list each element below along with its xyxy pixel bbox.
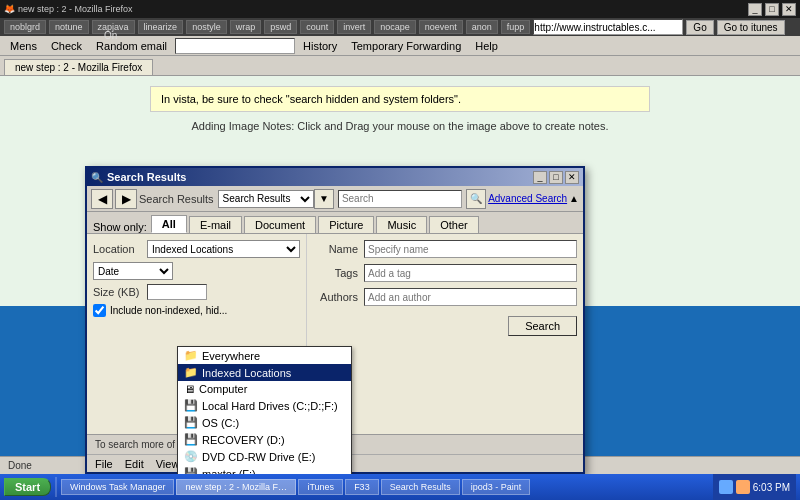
dialog-maximize[interactable]: □	[549, 171, 563, 184]
dialog-left-panel: Location Indexed Locations 📁 Everywhere …	[87, 234, 307, 434]
name-row: Name	[313, 240, 577, 258]
location-label: Location	[93, 243, 143, 255]
bookmark-noevent[interactable]: noevent	[419, 20, 463, 34]
forward-button[interactable]: ▶	[115, 189, 137, 209]
bookmark-notune[interactable]: notune	[49, 20, 89, 34]
go-button[interactable]: Go	[686, 20, 713, 35]
tab-other[interactable]: Other	[429, 216, 479, 233]
menu-help[interactable]: Help	[469, 39, 504, 53]
maximize-browser[interactable]: □	[765, 3, 779, 16]
search-results-label: Search Results	[139, 193, 214, 205]
bookmark-nostyle[interactable]: nostyle	[186, 20, 227, 34]
browser-icon: 🦊	[4, 4, 15, 14]
dropdown-dvd[interactable]: 💿 DVD CD-RW Drive (E:)	[178, 448, 351, 465]
dialog-minimize[interactable]: _	[533, 171, 547, 184]
dialog-controls: _ □ ✕	[533, 171, 579, 184]
show-only-label: Show only:	[93, 221, 147, 233]
taskbar-f33[interactable]: F33	[345, 479, 379, 495]
tags-label: Tags	[313, 267, 358, 279]
taskbar-volume-icon	[736, 480, 750, 494]
menu-temp-forwarding[interactable]: Temporary Forwarding	[345, 39, 467, 53]
menu-check[interactable]: Check	[45, 39, 88, 53]
advanced-search-arrow: ▲	[569, 193, 579, 204]
date-row: Date	[93, 262, 300, 280]
taskbar-network-icon	[719, 480, 733, 494]
taskbar-task-manager[interactable]: Windows Task Manager	[61, 479, 174, 495]
size-input[interactable]	[147, 284, 207, 300]
refresh-button[interactable]: ▼	[314, 189, 334, 209]
authors-label: Authors	[313, 291, 358, 303]
dropdown-indexed[interactable]: 📁 Indexed Locations	[178, 364, 351, 381]
authors-input[interactable]	[364, 288, 577, 306]
itunes-button[interactable]: Go to itunes	[717, 20, 785, 35]
location-select[interactable]: Indexed Locations	[147, 240, 300, 258]
bookmark-zapjava[interactable]: zapjava	[92, 20, 135, 34]
dialog-toolbar-dropdown[interactable]: Search Results	[218, 190, 314, 208]
taskbar-clock: 6:03 PM	[753, 482, 790, 493]
taskbar-itunes[interactable]: iTunes	[298, 479, 343, 495]
tab-music[interactable]: Music	[376, 216, 427, 233]
location-row: Location Indexed Locations	[93, 240, 300, 258]
search-go-button[interactable]: 🔍	[466, 189, 486, 209]
bookmark-pswd[interactable]: pswd	[264, 20, 297, 34]
dialog-title-text: 🔍 Search Results	[91, 171, 186, 183]
include-label: Include non-indexed, hid...	[110, 305, 227, 316]
bookmark-linearize[interactable]: linearize	[138, 20, 184, 34]
name-input[interactable]	[364, 240, 577, 258]
dialog-body: Location Indexed Locations 📁 Everywhere …	[87, 234, 583, 434]
dialog-menu-file[interactable]: File	[91, 458, 117, 470]
start-button[interactable]: Start	[4, 478, 51, 496]
taskbar-search-results[interactable]: Search Results	[381, 479, 460, 495]
tab-picture[interactable]: Picture	[318, 216, 374, 233]
bookmark-anon[interactable]: anon	[466, 20, 498, 34]
taskbar-firefox[interactable]: new step : 2 - Mozilla Fire...	[176, 479, 296, 495]
dropdown-hard-drives[interactable]: 💾 Local Hard Drives (C:;D:;F:)	[178, 397, 351, 414]
browser-tab[interactable]: new step : 2 - Mozilla Firefox	[4, 59, 153, 75]
tags-input[interactable]	[364, 264, 577, 282]
dropdown-computer[interactable]: 🖥 Computer	[178, 381, 351, 397]
browser-top-bar: 🦊 new step : 2 - Mozilla Firefox _ □ ✕	[0, 0, 800, 18]
dropdown-os-c[interactable]: 💾 OS (C:)	[178, 414, 351, 431]
name-label: Name	[313, 243, 358, 255]
search-button[interactable]: Search	[508, 316, 577, 336]
dialog-titlebar: 🔍 Search Results _ □ ✕	[87, 168, 583, 186]
menu-history[interactable]: History	[297, 39, 343, 53]
menu-mens[interactable]: Mens	[4, 39, 43, 53]
include-nonindexed-checkbox[interactable]	[93, 304, 106, 317]
tab-bar: new step : 2 - Mozilla Firefox	[0, 56, 800, 76]
dialog-toolbar: ◀ ▶ Search Results Search Results ▼ 🔍 Ad…	[87, 186, 583, 212]
dialog-search-input[interactable]	[338, 190, 462, 208]
address-bar-input[interactable]	[533, 19, 683, 35]
tab-all[interactable]: All	[151, 215, 187, 233]
tab-email[interactable]: E-mail	[189, 216, 242, 233]
page-area: In vista, be sure to check "search hidde…	[0, 76, 800, 306]
back-button[interactable]: ◀	[91, 189, 113, 209]
include-checkbox-row: Include non-indexed, hid...	[93, 304, 300, 317]
dialog-menu-edit[interactable]: Edit	[121, 458, 148, 470]
size-label: Size (KB)	[93, 286, 143, 298]
dropdown-recovery[interactable]: 💾 RECOVERY (D:)	[178, 431, 351, 448]
bookmark-nocape[interactable]: nocape	[374, 20, 416, 34]
taskbar-divider	[55, 477, 57, 497]
taskbar-paint[interactable]: ipod3 - Paint	[462, 479, 531, 495]
tab-document[interactable]: Document	[244, 216, 316, 233]
close-browser[interactable]: ✕	[782, 3, 796, 16]
bookmark-count[interactable]: count	[300, 20, 334, 34]
advanced-search-link[interactable]: Advanced Search	[488, 193, 567, 204]
menu-search-input[interactable]	[175, 38, 295, 54]
dropdown-everywhere[interactable]: 📁 Everywhere	[178, 347, 351, 364]
bookmark-wrap[interactable]: wrap	[230, 20, 262, 34]
dialog-close[interactable]: ✕	[565, 171, 579, 184]
taskbar-right-area: 6:03 PM	[713, 474, 796, 500]
bookmark-noblgrd[interactable]: noblgrd	[4, 20, 46, 34]
menu-random-email[interactable]: Random email	[90, 39, 173, 53]
bookmark-invert[interactable]: invert	[337, 20, 371, 34]
date-filter[interactable]: Date	[93, 262, 173, 280]
bookmarks-bar: On noblgrd notune zapjava linearize nost…	[0, 18, 800, 36]
search-results-dialog: 🔍 Search Results _ □ ✕ ◀ ▶ Search Result…	[85, 166, 585, 474]
browser-title: new step : 2 - Mozilla Firefox	[18, 4, 133, 14]
bookmark-fupp[interactable]: fupp	[501, 20, 531, 34]
menu-bar: Mens Check Random email History Temporar…	[0, 36, 800, 56]
tags-row: Tags	[313, 264, 577, 282]
minimize-browser[interactable]: _	[748, 3, 762, 16]
